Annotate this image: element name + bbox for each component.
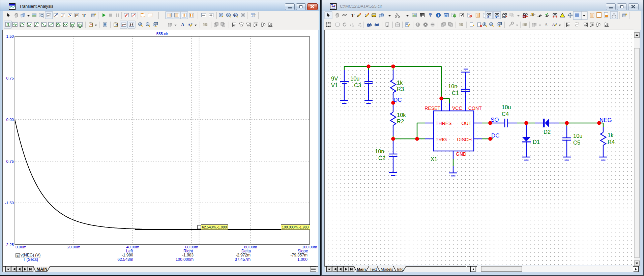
svg-text:Info: Info bbox=[397, 267, 404, 271]
svg-text:N: N bbox=[503, 15, 505, 18]
svg-text:D2: D2 bbox=[544, 129, 551, 135]
svg-text:C4: C4 bbox=[502, 111, 509, 117]
svg-text:C3: C3 bbox=[354, 82, 361, 88]
svg-text:20.00m: 20.00m bbox=[67, 245, 80, 249]
svg-text:CONT: CONT bbox=[468, 105, 482, 111]
svg-text:Models: Models bbox=[381, 267, 393, 271]
svg-text:10u: 10u bbox=[573, 133, 583, 139]
svg-text:SO: SO bbox=[491, 117, 499, 123]
svg-text:A: A bbox=[487, 15, 490, 19]
svg-text:10u: 10u bbox=[350, 75, 360, 82]
svg-text:1.50: 1.50 bbox=[6, 34, 14, 38]
svg-text:A: A bbox=[495, 15, 497, 19]
svg-text:DISCH: DISCH bbox=[457, 137, 472, 142]
svg-text:0.75: 0.75 bbox=[6, 76, 14, 80]
svg-text:TRIG: TRIG bbox=[436, 137, 447, 142]
svg-text:DC: DC bbox=[491, 132, 500, 139]
svg-text:100.000m: 100.000m bbox=[176, 257, 194, 262]
svg-text:10n: 10n bbox=[375, 148, 384, 154]
svg-text:10n: 10n bbox=[448, 83, 458, 89]
svg-text:Main: Main bbox=[357, 267, 366, 271]
svg-text:OUT: OUT bbox=[461, 121, 471, 126]
svg-text:0.00: 0.00 bbox=[6, 118, 14, 122]
svg-text:VCC: VCC bbox=[452, 105, 462, 111]
svg-text:100.000m,-1.983: 100.000m,-1.983 bbox=[282, 225, 309, 229]
svg-text:555.cir: 555.cir bbox=[156, 32, 168, 36]
svg-text:NEG: NEG bbox=[599, 117, 612, 123]
svg-text:X1: X1 bbox=[431, 156, 437, 162]
svg-text:R2: R2 bbox=[397, 118, 404, 124]
svg-text:MAIN: MAIN bbox=[37, 267, 48, 272]
svg-text:37.457m: 37.457m bbox=[235, 257, 251, 262]
svg-text:Text: Text bbox=[370, 267, 377, 271]
svg-text:-2.25: -2.25 bbox=[5, 243, 14, 247]
svg-text:C2: C2 bbox=[378, 155, 385, 161]
svg-text:RESET: RESET bbox=[425, 105, 440, 111]
svg-text:1k: 1k bbox=[608, 132, 614, 138]
svg-text:9V: 9V bbox=[331, 75, 338, 82]
svg-text:V1: V1 bbox=[331, 82, 338, 88]
svg-text:R3: R3 bbox=[397, 86, 404, 92]
svg-text:-1.50: -1.50 bbox=[5, 201, 14, 205]
svg-text:0.00m: 0.00m bbox=[16, 245, 26, 249]
svg-text:D1: D1 bbox=[533, 139, 540, 145]
svg-text:1.000: 1.000 bbox=[297, 257, 308, 262]
svg-text:C1: C1 bbox=[452, 90, 459, 96]
svg-text:62.543m: 62.543m bbox=[117, 257, 133, 262]
svg-text:GND: GND bbox=[456, 151, 466, 157]
svg-text:-0.75: -0.75 bbox=[5, 159, 14, 163]
svg-text:V: V bbox=[523, 15, 525, 18]
svg-text:B: B bbox=[17, 254, 19, 257]
svg-text:THRES: THRES bbox=[436, 121, 451, 126]
svg-text:1k: 1k bbox=[397, 80, 403, 86]
svg-text:10u: 10u bbox=[502, 104, 511, 110]
svg-text:R4: R4 bbox=[608, 139, 615, 145]
svg-text:C5: C5 bbox=[573, 140, 580, 146]
svg-text:DC: DC bbox=[393, 97, 402, 103]
svg-text:10k: 10k bbox=[397, 112, 406, 118]
svg-text:T (Secs): T (Secs) bbox=[23, 257, 38, 262]
svg-text:62.543m,-1.980: 62.543m,-1.980 bbox=[202, 225, 227, 229]
